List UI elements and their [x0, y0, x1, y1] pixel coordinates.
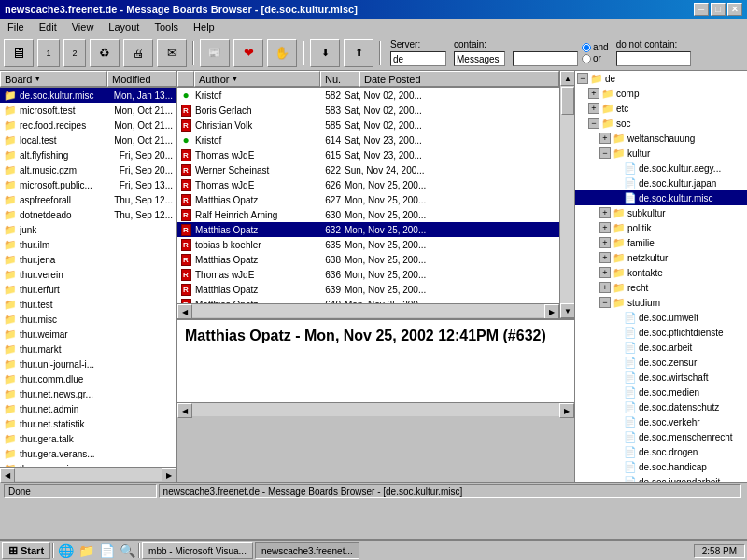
board-row[interactable]: 📁local.testMon, Oct 21...	[0, 133, 176, 147]
taskbar-folder-icon[interactable]: 📁	[77, 542, 95, 559]
taskbar-doc-icon[interactable]: 📄	[97, 542, 116, 559]
taskbar-search-icon[interactable]: 🔍	[118, 542, 136, 559]
preview-hscroll-left[interactable]: ◀	[177, 403, 192, 418]
toolbar-print-button[interactable]: 🖨	[123, 39, 153, 67]
message-row[interactable]: RBoris Gerlach583Sat, Nov 02, 200...	[177, 103, 559, 118]
taskbar-ie-icon[interactable]: 🌐	[56, 542, 75, 559]
tree-expander-icon[interactable]: +	[599, 133, 611, 144]
board-col-header[interactable]: Board ▼	[0, 71, 107, 87]
message-row[interactable]: RChristian Volk585Sat, Nov 02, 200...	[177, 118, 559, 133]
board-row[interactable]: 📁thur.test	[0, 297, 176, 312]
boards-list[interactable]: 📁de.soc.kultur.miscMon, Jan 13...📁micros…	[0, 88, 176, 467]
message-row[interactable]: RWerner Scheinast622Sun, Nov 24, 200...	[177, 162, 559, 177]
message-row[interactable]: RRalf Heinrich Arning630Mon, Nov 25, 200…	[177, 207, 559, 222]
tree-expander-icon[interactable]: +	[599, 252, 611, 263]
message-row[interactable]: ●Kristof582Sat, Nov 02, 200...	[177, 88, 559, 103]
tree-expander-icon[interactable]: +	[588, 103, 599, 114]
tree-item[interactable]: 📄de.soc.umwelt	[575, 310, 747, 325]
message-row[interactable]: RThomas wJdE615Sat, Nov 23, 200...	[177, 147, 559, 162]
maximize-button[interactable]: □	[711, 3, 726, 16]
tree-item[interactable]: 📄de.soc.kultur.misc	[575, 190, 747, 205]
msg-vscroll-thumb[interactable]	[561, 87, 574, 115]
tree-item[interactable]: −📁studium	[575, 295, 747, 310]
tree-expander-icon[interactable]: +	[599, 282, 611, 293]
tree-expander-icon[interactable]: −	[599, 297, 611, 308]
start-button[interactable]: ⊞ Start	[2, 542, 50, 559]
tree-item[interactable]: +📁comp	[575, 86, 747, 101]
author-col-header[interactable]: Author ▼	[194, 71, 320, 87]
tree-item[interactable]: 📄de.soc.jugendarbeit	[575, 474, 747, 482]
tree-item[interactable]: 📄de.soc.arbeit	[575, 340, 747, 355]
board-row[interactable]: 📁thur.jena	[0, 252, 176, 267]
tree-item[interactable]: 📄de.soc.zensur	[575, 355, 747, 370]
message-row[interactable]: RMatthias Opatz638Mon, Nov 25, 200...	[177, 252, 559, 267]
message-row[interactable]: RMatthias Opatz627Mon, Nov 25, 200...	[177, 192, 559, 207]
tree-expander-icon[interactable]: +	[599, 267, 611, 278]
toolbar-btn1[interactable]: 1	[37, 39, 60, 67]
msg-vscroll-down[interactable]: ▼	[560, 303, 575, 318]
tree-expander-icon[interactable]: −	[577, 73, 588, 84]
board-row[interactable]: 📁rec.food.recipesMon, Oct 21...	[0, 118, 176, 133]
board-row[interactable]: 📁thur.ilm	[0, 237, 176, 252]
tree-item[interactable]: −📁kultur	[575, 146, 747, 161]
tree-item[interactable]: 📄de.soc.verkehr	[575, 414, 747, 429]
board-row[interactable]: 📁thur.comm.dlue	[0, 371, 176, 386]
tree-item[interactable]: 📄de.soc.medien	[575, 385, 747, 399]
tree-expander-icon[interactable]: −	[599, 147, 611, 159]
tree-expander-icon[interactable]: +	[599, 237, 611, 248]
boards-hscroll-left[interactable]: ◀	[0, 468, 15, 483]
tree-item[interactable]: 📄de.soc.menschenrecht	[575, 429, 747, 444]
menu-file[interactable]: File	[4, 21, 28, 34]
message-row[interactable]: Rtobias b koehler635Mon, Nov 25, 200...	[177, 237, 559, 252]
tree-item[interactable]: 📄de.soc.kultur.aegy...	[575, 161, 747, 175]
or-radio[interactable]	[582, 54, 591, 63]
msg-hscroll-left[interactable]: ◀	[177, 304, 192, 319]
board-row[interactable]: 📁thur.net.statistik	[0, 416, 176, 431]
message-row[interactable]: RMatthias Opatz639Mon, Nov 25, 200...	[177, 282, 559, 297]
menu-layout[interactable]: Layout	[105, 21, 143, 34]
num-col-header[interactable]: Nu.	[320, 71, 359, 87]
minimize-button[interactable]: ─	[694, 3, 709, 16]
tree-item[interactable]: +📁politik	[575, 220, 747, 235]
tree-item[interactable]: +📁recht	[575, 280, 747, 295]
taskbar-newscache-button[interactable]: newscache3.freenet...	[255, 542, 359, 559]
contain-messages-input[interactable]	[454, 51, 505, 66]
board-row[interactable]: 📁microsoft.testMon, Oct 21...	[0, 103, 176, 118]
board-row[interactable]: 📁thur.gera.verans...	[0, 446, 176, 461]
tree-item[interactable]: −📁de	[575, 71, 747, 86]
tree-item[interactable]: 📄de.soc.handicap	[575, 459, 747, 474]
menu-help[interactable]: Help	[190, 21, 218, 34]
toolbar-download-button[interactable]: ⬇	[310, 39, 340, 67]
toolbar-hand-button[interactable]: ✋	[267, 39, 297, 67]
toolbar-news-button[interactable]: 📰	[200, 39, 230, 67]
contain-text-input[interactable]	[513, 51, 578, 66]
tree-item[interactable]: +📁netzkultur	[575, 250, 747, 265]
messages-list[interactable]: ●Kristof582Sat, Nov 02, 200...RBoris Ger…	[177, 88, 559, 303]
message-row[interactable]: ●Kristof614Sat, Nov 23, 200...	[177, 133, 559, 147]
tree-item[interactable]: +📁etc	[575, 101, 747, 116]
board-row[interactable]: 📁de.soc.kultur.miscMon, Jan 13...	[0, 88, 176, 103]
and-radio[interactable]	[582, 43, 591, 52]
menu-tools[interactable]: Tools	[150, 21, 182, 34]
toolbar-btn2[interactable]: 2	[63, 39, 86, 67]
board-row[interactable]: 📁junk	[0, 222, 176, 237]
menu-edit[interactable]: Edit	[35, 21, 61, 34]
preview-hscroll-right[interactable]: ▶	[559, 403, 574, 418]
toolbar-mail-button[interactable]: ✉	[157, 39, 187, 67]
toolbar-upload-button[interactable]: ⬆	[344, 39, 374, 67]
tree-item[interactable]: +📁kontakte	[575, 265, 747, 280]
board-row[interactable]: 📁thur.weimar	[0, 327, 176, 342]
board-row[interactable]: 📁thur.erfurt	[0, 282, 176, 297]
tree-item[interactable]: +📁familie	[575, 235, 747, 250]
close-button[interactable]: ✕	[727, 3, 742, 16]
tree-item[interactable]: 📄de.soc.kultur.japan	[575, 175, 747, 190]
board-row[interactable]: 📁aspfreeforallThu, Sep 12...	[0, 192, 176, 207]
board-row[interactable]: 📁alt.music.gzmFri, Sep 20...	[0, 162, 176, 177]
boards-hscroll-right[interactable]: ▶	[162, 468, 176, 483]
board-row[interactable]: 📁thur.gera.talk	[0, 431, 176, 446]
board-row[interactable]: 📁dotnetdeadoThu, Sep 12...	[0, 207, 176, 222]
board-row[interactable]: 📁microsoft.public...Fri, Sep 13...	[0, 177, 176, 192]
tree-item[interactable]: +📁weltanschauung	[575, 131, 747, 146]
tree-item[interactable]: 📄de.soc.wirtschaft	[575, 370, 747, 385]
tree-item[interactable]: +📁subkultur	[575, 205, 747, 220]
